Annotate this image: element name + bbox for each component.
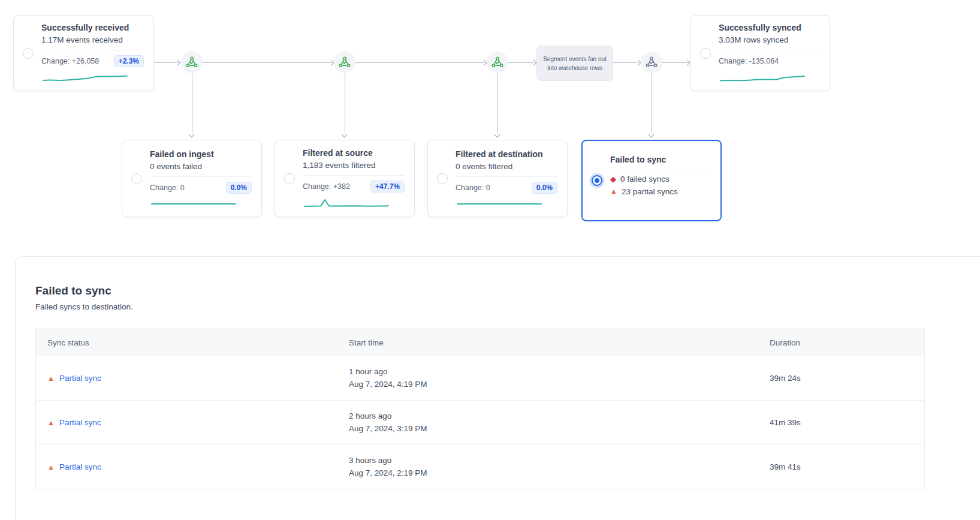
panel-subtitle: Failed syncs to destination. bbox=[35, 302, 980, 311]
divider bbox=[456, 176, 557, 177]
connector-line bbox=[497, 73, 498, 134]
sync-table-row: ▲ Partial sync 2 hours ago Aug 7, 2024, … bbox=[36, 401, 924, 445]
timestamp: Aug 7, 2024, 4:19 PM bbox=[349, 378, 758, 390]
card-content: Filtered at source 1,183 events filtered… bbox=[303, 148, 405, 209]
connector-line bbox=[652, 73, 652, 134]
column-header-start-time: Start time bbox=[337, 338, 758, 347]
pipeline-node-network-check-icon bbox=[181, 52, 203, 73]
divider bbox=[150, 176, 252, 177]
radio-filtered-at-destination[interactable] bbox=[437, 173, 448, 184]
sync-table-body: ▲ Partial sync 1 hour ago Aug 7, 2024, 4… bbox=[36, 356, 924, 489]
duration-cell: 39m 24s bbox=[758, 374, 925, 383]
delivery-overview-page: Successfully received 1.17M events recei… bbox=[0, 0, 980, 520]
pipeline-node-network-check-icon bbox=[334, 52, 355, 73]
connector-line bbox=[355, 62, 484, 63]
sync-table-row: ▲ Partial sync 3 hours ago Aug 7, 2024, … bbox=[36, 445, 924, 489]
arrow-right-icon bbox=[685, 59, 690, 65]
card-subtitle: 3.03M rows synced bbox=[719, 35, 820, 44]
connector-line bbox=[345, 73, 345, 134]
triangle-warning-icon: ▲ bbox=[47, 419, 55, 426]
change-label: Change: 0 bbox=[456, 184, 490, 192]
card-subtitle: 0 events filtered bbox=[456, 162, 557, 171]
metric-card-successfully-synced[interactable]: Successfully synced 3.03M rows synced Ch… bbox=[690, 15, 830, 91]
card-subtitle: 1.17M events received bbox=[41, 35, 144, 44]
failed-to-sync-panel: Failed to sync Failed syncs to destinati… bbox=[15, 256, 980, 520]
card-content: Filtered at destination 0 events filtere… bbox=[456, 149, 557, 208]
card-content: Successfully received 1.17M events recei… bbox=[41, 23, 144, 83]
change-badge: 0.0% bbox=[532, 182, 557, 194]
connector-line bbox=[192, 73, 192, 134]
card-title: Failed on ingest bbox=[150, 149, 252, 159]
metric-card-failed-to-sync[interactable]: Failed to sync ◆ 0 failed syncs ▲ 23 par… bbox=[581, 140, 722, 221]
radio-filtered-at-source[interactable] bbox=[284, 173, 295, 184]
card-content: Failed to sync ◆ 0 failed syncs ▲ 23 par… bbox=[610, 155, 711, 207]
arrow-right-icon bbox=[481, 59, 487, 65]
metric-card-successfully-received[interactable]: Successfully received 1.17M events recei… bbox=[13, 15, 154, 91]
divider bbox=[41, 50, 144, 50]
column-header-duration: Duration bbox=[758, 338, 925, 347]
arrow-down-icon bbox=[649, 132, 655, 138]
radio-failed-to-sync[interactable] bbox=[592, 175, 602, 186]
relative-time: 3 hours ago bbox=[349, 455, 758, 467]
metric-card-filtered-at-destination[interactable]: Filtered at destination 0 events filtere… bbox=[427, 140, 568, 217]
arrow-right-icon bbox=[531, 59, 537, 65]
divider bbox=[719, 50, 820, 50]
card-content: Failed on ingest 0 events failed Change:… bbox=[150, 149, 252, 208]
change-label: Change: 0 bbox=[150, 184, 185, 192]
change-badge: +47.7% bbox=[370, 181, 405, 193]
start-time-cell: 1 hour ago Aug 7, 2024, 4:19 PM bbox=[337, 366, 758, 390]
metric-card-filtered-at-source[interactable]: Filtered at source 1,183 events filtered… bbox=[275, 140, 415, 217]
fanout-note: Segment events fan out into warehouse ro… bbox=[536, 46, 613, 81]
partial-sync-link[interactable]: Partial sync bbox=[59, 418, 101, 427]
partial-sync-link[interactable]: Partial sync bbox=[59, 374, 101, 383]
change-badge: +2.3% bbox=[114, 55, 144, 67]
card-subtitle: 1,183 events filtered bbox=[303, 161, 405, 170]
radio-successfully-synced[interactable] bbox=[700, 48, 711, 59]
metric-card-failed-on-ingest[interactable]: Failed on ingest 0 events failed Change:… bbox=[122, 140, 262, 217]
change-label: Change: -135,064 bbox=[719, 57, 779, 65]
timestamp: Aug 7, 2024, 2:19 PM bbox=[349, 467, 758, 479]
triangle-warning-icon: ▲ bbox=[610, 188, 617, 195]
partial-sync-link[interactable]: Partial sync bbox=[59, 462, 101, 471]
triangle-warning-icon: ▲ bbox=[47, 375, 55, 382]
sparkline-synced-icon bbox=[719, 73, 806, 83]
card-title: Successfully received bbox=[41, 23, 144, 32]
sync-table: Sync status Start time Duration ▲ Partia… bbox=[35, 329, 925, 489]
failed-syncs-label: 0 failed syncs bbox=[620, 175, 670, 184]
panel-title: Failed to sync bbox=[35, 284, 980, 297]
relative-time: 1 hour ago bbox=[349, 366, 758, 378]
arrow-down-icon bbox=[189, 132, 195, 138]
start-time-cell: 2 hours ago Aug 7, 2024, 3:19 PM bbox=[337, 410, 758, 435]
column-header-sync-status: Sync status bbox=[36, 338, 337, 347]
card-title: Filtered at destination bbox=[456, 149, 557, 159]
arrow-right-icon bbox=[635, 59, 641, 65]
duration-cell: 39m 41s bbox=[758, 462, 925, 471]
arrow-down-icon bbox=[494, 132, 500, 138]
arrow-right-icon bbox=[328, 59, 334, 65]
sparkline-flat-icon bbox=[150, 199, 237, 208]
triangle-warning-icon: ▲ bbox=[47, 464, 55, 471]
pipeline-node-network-check-icon bbox=[487, 52, 508, 73]
card-subtitle: 0 events failed bbox=[150, 162, 252, 171]
timestamp: Aug 7, 2024, 3:19 PM bbox=[349, 423, 758, 435]
card-title: Failed to sync bbox=[610, 155, 711, 164]
change-label: Change: +382 bbox=[303, 182, 350, 191]
divider bbox=[610, 170, 711, 170]
start-time-cell: 3 hours ago Aug 7, 2024, 2:19 PM bbox=[337, 455, 758, 479]
change-badge: 0.0% bbox=[226, 182, 252, 194]
relative-time: 2 hours ago bbox=[349, 410, 758, 422]
card-title: Successfully synced bbox=[719, 23, 820, 32]
sparkline-spike-icon bbox=[303, 198, 390, 209]
radio-successfully-received[interactable] bbox=[23, 48, 34, 59]
pipeline-node-network-check-icon-gray bbox=[641, 52, 662, 73]
arrow-down-icon bbox=[342, 132, 348, 138]
card-content: Successfully synced 3.03M rows synced Ch… bbox=[719, 23, 820, 83]
connector-line bbox=[203, 62, 331, 63]
duration-cell: 41m 39s bbox=[758, 418, 925, 427]
sync-table-header: Sync status Start time Duration bbox=[36, 329, 924, 356]
sparkline-flat-icon bbox=[456, 199, 543, 208]
radio-failed-on-ingest[interactable] bbox=[131, 173, 142, 184]
card-title: Filtered at source bbox=[303, 148, 405, 158]
sparkline-received-icon bbox=[41, 73, 129, 83]
sync-table-row: ▲ Partial sync 1 hour ago Aug 7, 2024, 4… bbox=[36, 356, 924, 401]
